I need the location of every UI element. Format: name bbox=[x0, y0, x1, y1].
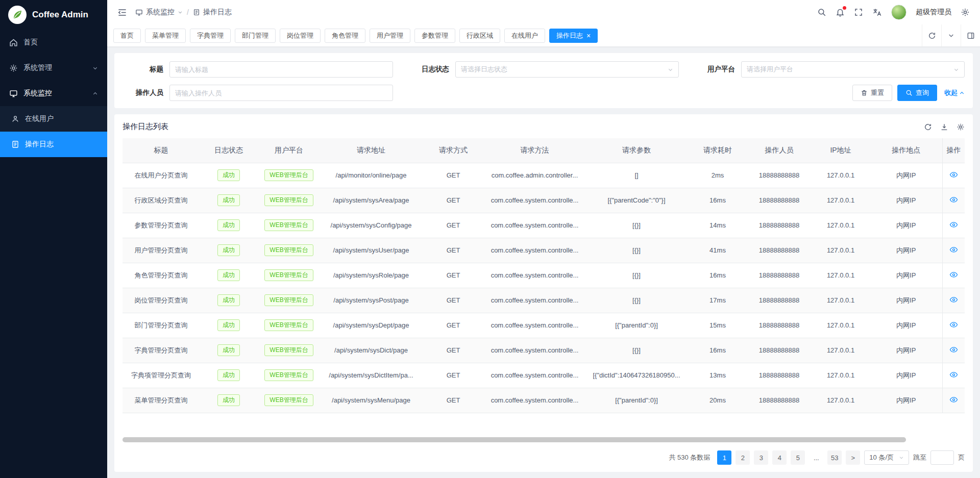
view-detail-button[interactable] bbox=[949, 295, 958, 304]
sidebar-item-operation-log[interactable]: 操作日志 bbox=[0, 132, 107, 157]
reset-button[interactable]: 重置 bbox=[852, 85, 892, 101]
cell-params: [] bbox=[585, 163, 688, 188]
page-button-4[interactable]: 4 bbox=[772, 450, 787, 465]
log-table-card: 操作日志列表 bbox=[114, 114, 973, 472]
page-button-1[interactable]: 1 bbox=[717, 450, 731, 465]
operator-input[interactable] bbox=[169, 85, 393, 101]
fullscreen-icon[interactable] bbox=[854, 8, 863, 17]
page-button-5[interactable]: 5 bbox=[791, 450, 805, 465]
sidebar-item-label: 系统管理 bbox=[23, 63, 52, 72]
filter-actions: 重置 查询 收起 bbox=[408, 85, 965, 101]
cell-operator: 18888888888 bbox=[747, 363, 811, 388]
tab-5[interactable]: 角色管理 bbox=[325, 29, 365, 43]
filter-panel: 标题 日志状态 请选择日志状态 用户平台 请选择用户平台 bbox=[114, 53, 973, 108]
breadcrumb-separator: / bbox=[187, 8, 189, 16]
tab-close-icon[interactable]: × bbox=[586, 32, 591, 39]
cell-location: 内网IP bbox=[870, 288, 942, 313]
cell-url: /api/system/sysPost/page bbox=[320, 288, 422, 313]
jump-page-input[interactable] bbox=[930, 450, 954, 465]
tab-8[interactable]: 行政区域 bbox=[459, 29, 500, 43]
cell-operator: 18888888888 bbox=[747, 288, 811, 313]
cell-title: 菜单管理分页查询 bbox=[122, 388, 200, 413]
cell-status: 成功 bbox=[200, 188, 258, 213]
chevron-down-icon bbox=[668, 67, 673, 72]
page-size-select[interactable]: 10 条/页 bbox=[864, 450, 909, 465]
search-button[interactable]: 查询 bbox=[897, 85, 937, 101]
tab-label: 菜单管理 bbox=[152, 31, 179, 40]
tab-1[interactable]: 菜单管理 bbox=[145, 29, 186, 43]
user-platform-label: 用户平台 bbox=[694, 65, 735, 74]
tab-label: 角色管理 bbox=[332, 31, 358, 40]
settings-gear-icon[interactable] bbox=[961, 8, 970, 17]
breadcrumb: 系统监控 / 操作日志 bbox=[135, 8, 232, 17]
sidebar-collapse-icon[interactable] bbox=[117, 8, 127, 17]
pagination: 共 530 条数据 12345...53 > 10 条/页 跳至 页 bbox=[114, 445, 973, 472]
cell-operator: 18888888888 bbox=[747, 188, 811, 213]
sidebar-item-online-users[interactable]: 在线用户 bbox=[0, 106, 107, 132]
topbar-actions: 超级管理员 bbox=[817, 5, 970, 20]
tabs-refresh-icon[interactable] bbox=[922, 24, 941, 46]
tabs-dropdown-chevron-icon[interactable] bbox=[941, 24, 961, 46]
tab-0[interactable]: 首页 bbox=[113, 29, 141, 43]
tab-label: 用户管理 bbox=[377, 31, 403, 40]
chevron-down-icon bbox=[178, 10, 183, 15]
table-row: 部门管理分页查询成功WEB管理后台/api/system/sysDept/pag… bbox=[122, 313, 965, 338]
view-detail-button[interactable] bbox=[949, 320, 958, 329]
cell-method: GET bbox=[422, 338, 484, 363]
table-refresh-icon[interactable] bbox=[924, 123, 932, 131]
tab-7[interactable]: 参数管理 bbox=[414, 29, 455, 43]
translate-icon[interactable] bbox=[872, 8, 882, 17]
notification-bell-icon[interactable] bbox=[836, 8, 845, 17]
next-page-button[interactable]: > bbox=[846, 450, 860, 465]
view-detail-button[interactable] bbox=[949, 345, 958, 354]
export-download-icon[interactable] bbox=[940, 123, 948, 131]
tab-10[interactable]: 操作日志× bbox=[549, 29, 598, 43]
tab-4[interactable]: 岗位管理 bbox=[280, 29, 321, 43]
view-detail-button[interactable] bbox=[949, 245, 958, 254]
title-input[interactable] bbox=[169, 61, 393, 78]
user-avatar[interactable] bbox=[891, 5, 906, 20]
page-button-2[interactable]: 2 bbox=[736, 450, 750, 465]
view-detail-button[interactable] bbox=[949, 170, 958, 179]
cell-title: 在线用户分页查询 bbox=[122, 163, 200, 188]
tab-9[interactable]: 在线用户 bbox=[504, 29, 545, 43]
sidebar-item-system-management[interactable]: 系统管理 bbox=[0, 55, 107, 81]
layout-panel-icon[interactable] bbox=[961, 24, 980, 46]
sidebar-item-home[interactable]: 首页 bbox=[0, 30, 107, 55]
view-detail-button[interactable] bbox=[949, 195, 958, 204]
tab-2[interactable]: 字典管理 bbox=[190, 29, 231, 43]
breadcrumb-section[interactable]: 系统监控 bbox=[135, 8, 183, 17]
username-label[interactable]: 超级管理员 bbox=[916, 8, 951, 17]
column-header: 请求耗时 bbox=[688, 138, 747, 163]
column-header: 操作地点 bbox=[870, 138, 942, 163]
cell-location: 内网IP bbox=[870, 388, 942, 413]
cell-handler: com.coffee.system.controlle... bbox=[484, 388, 585, 413]
status-badge: 成功 bbox=[217, 394, 240, 406]
tab-label: 字典管理 bbox=[197, 31, 224, 40]
view-detail-button[interactable] bbox=[949, 370, 958, 379]
horizontal-scrollbar-thumb[interactable] bbox=[122, 437, 906, 442]
collapse-filters-link[interactable]: 收起 bbox=[944, 88, 965, 97]
platform-badge: WEB管理后台 bbox=[264, 344, 313, 356]
view-detail-button[interactable] bbox=[949, 220, 958, 229]
sidebar-item-system-monitor[interactable]: 系统监控 bbox=[0, 81, 107, 106]
cell-operator: 18888888888 bbox=[747, 238, 811, 263]
cell-handler: com.coffee.system.controlle... bbox=[484, 363, 585, 388]
cell-status: 成功 bbox=[200, 338, 258, 363]
leaf-logo-icon bbox=[8, 6, 27, 24]
cell-operator: 18888888888 bbox=[747, 313, 811, 338]
tab-6[interactable]: 用户管理 bbox=[370, 29, 410, 43]
user-platform-select[interactable]: 请选择用户平台 bbox=[741, 61, 965, 78]
search-icon[interactable] bbox=[817, 8, 826, 17]
view-detail-button[interactable] bbox=[949, 395, 958, 404]
platform-badge: WEB管理后台 bbox=[264, 219, 313, 231]
table-row: 在线用户分页查询成功WEB管理后台/api/monitor/online/pag… bbox=[122, 163, 965, 188]
cell-params: [{"dictId":140647326180950... bbox=[585, 363, 688, 388]
cell-ip: 127.0.0.1 bbox=[811, 188, 870, 213]
view-detail-button[interactable] bbox=[949, 270, 958, 279]
page-button-53[interactable]: 53 bbox=[827, 450, 842, 465]
tab-3[interactable]: 部门管理 bbox=[235, 29, 276, 43]
column-settings-gear-icon[interactable] bbox=[957, 123, 965, 131]
log-status-select[interactable]: 请选择日志状态 bbox=[455, 61, 679, 78]
page-button-3[interactable]: 3 bbox=[754, 450, 768, 465]
